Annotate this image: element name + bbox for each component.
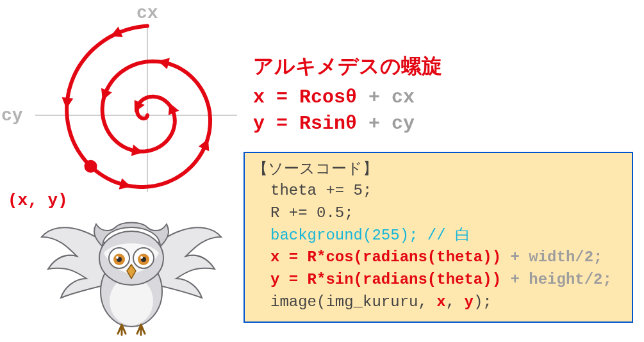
eq-y-lhs: y = Rsinθ xyxy=(253,113,357,134)
svg-point-12 xyxy=(116,256,119,259)
eq-x-rhs: + cx xyxy=(357,86,415,108)
svg-point-2 xyxy=(85,160,97,173)
code-l5b: + height/2; xyxy=(501,271,612,288)
code-l1: theta += 5; xyxy=(270,182,372,199)
owl-icon xyxy=(38,202,224,339)
code-l6b: x xyxy=(436,293,445,311)
code-l6e: ); xyxy=(474,293,492,311)
code-title: 【ソースコード】 xyxy=(252,158,624,179)
eq-y-rhs: + cy xyxy=(357,113,415,134)
equation-block: アルキメデスの螺旋 x = Rcosθ + cx y = Rsinθ + cy xyxy=(253,53,442,136)
axis-label-cy: cy xyxy=(1,106,23,126)
svg-point-13 xyxy=(140,256,143,259)
code-l3b: // 白 xyxy=(427,227,470,244)
code-l6d: y xyxy=(464,293,473,311)
code-l6a: image(img_kururu, xyxy=(270,293,436,311)
code-l4a: x = R*cos(radians(theta)) xyxy=(270,248,501,266)
code-l6c: , xyxy=(446,293,465,311)
code-l4b: + width/2; xyxy=(501,248,602,266)
axis-label-cx: cx xyxy=(136,3,158,23)
code-l2: R += 0.5; xyxy=(270,204,354,222)
code-l3a: background(255); xyxy=(270,227,427,244)
code-l5a: y = R*sin(radians(theta)) xyxy=(270,271,501,288)
eq-x-lhs: x = Rcosθ xyxy=(253,86,357,108)
archimedean-spiral-diagram xyxy=(0,0,256,218)
equation-title: アルキメデスの螺旋 xyxy=(253,53,442,81)
source-code-box: 【ソースコード】 theta += 5; R += 0.5; backgroun… xyxy=(244,152,633,323)
